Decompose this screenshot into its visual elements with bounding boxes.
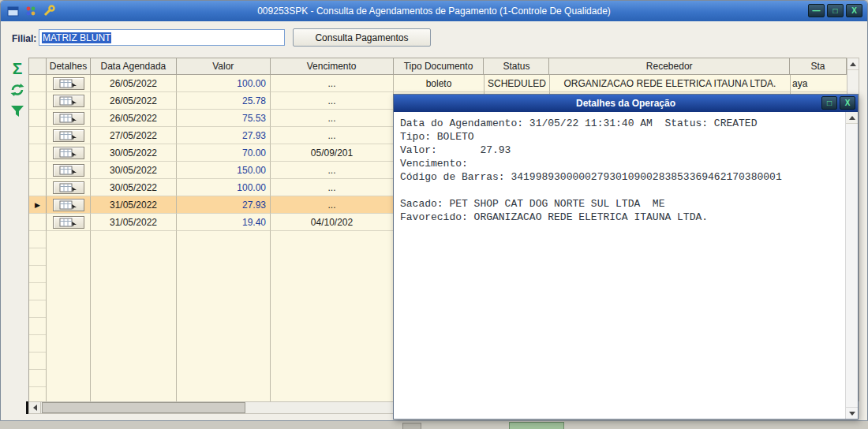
row-indicator-cell bbox=[29, 110, 47, 127]
row-indicator-cell bbox=[29, 92, 47, 110]
cell-detalhes bbox=[47, 127, 91, 144]
cell-vencimento: ... bbox=[271, 179, 394, 196]
cell-data-agendada: 30/05/2022 bbox=[91, 179, 177, 196]
cell-valor: 27.93 bbox=[177, 127, 271, 144]
dialog-close-button[interactable]: X bbox=[840, 96, 855, 110]
detail-line: Data do Agendamento: 31/05/22 11:31:40 A… bbox=[400, 117, 844, 130]
cell-tipo-documento: boleto bbox=[394, 75, 485, 92]
detalhes-button[interactable] bbox=[53, 181, 84, 194]
cell-detalhes bbox=[47, 162, 91, 179]
dialog-controls: □ X bbox=[821, 96, 855, 110]
detail-line: Valor: 27.93 bbox=[400, 144, 844, 157]
dialog-title: Detalhes da Operação bbox=[394, 98, 858, 109]
column-header-sta[interactable]: Sta bbox=[790, 58, 847, 75]
row-indicator-column bbox=[29, 231, 46, 401]
background-window-fragment bbox=[402, 423, 421, 429]
cell-vencimento: ... bbox=[271, 110, 394, 127]
cell-status: SCHEDULED bbox=[485, 75, 550, 92]
cell-vencimento: ... bbox=[271, 127, 394, 144]
detail-line: Vencimento: bbox=[400, 157, 844, 170]
cell-detalhes bbox=[47, 75, 91, 92]
cell-vencimento: ... bbox=[271, 162, 394, 179]
current-row-marker: ▶ bbox=[29, 196, 47, 214]
cell-data-agendada: 30/05/2022 bbox=[91, 162, 177, 179]
cell-data-agendada: 26/05/2022 bbox=[91, 75, 177, 92]
column-header-tipo-documento[interactable]: Tipo Documento bbox=[394, 58, 485, 75]
cell-recebedor: ORGANIZACAO REDE ELETRICA ITAUNA LTDA. bbox=[550, 75, 791, 92]
detalhes-operacao-dialog: Detalhes da Operação □ X Data do Agendam… bbox=[393, 94, 859, 420]
detail-line: Favorecido: ORGANIZACAO REDE ELETRICA IT… bbox=[400, 211, 844, 224]
background-window-fragment bbox=[509, 422, 564, 429]
cell-vencimento: ... bbox=[271, 75, 394, 92]
cell-vencimento: 05/09/201 bbox=[271, 144, 394, 162]
dialog-titlebar[interactable]: Detalhes da Operação □ X bbox=[394, 95, 858, 112]
cell-data-agendada: 27/05/2022 bbox=[91, 127, 177, 144]
cell-data-agendada: 26/05/2022 bbox=[91, 92, 177, 110]
cell-valor: 150.00 bbox=[177, 162, 271, 179]
detail-line: Tipo: BOLETO bbox=[400, 130, 844, 144]
cell-valor: 75.53 bbox=[177, 110, 271, 127]
wrench-icon[interactable] bbox=[43, 5, 55, 21]
filial-label: Filial: bbox=[12, 33, 36, 44]
filial-input[interactable]: MATRIZ BLUNT bbox=[39, 29, 285, 46]
scroll-left-icon[interactable] bbox=[29, 402, 41, 413]
cell-valor: 100.00 bbox=[177, 75, 271, 92]
detalhes-button[interactable] bbox=[53, 164, 84, 177]
dialog-maximize-button[interactable]: □ bbox=[821, 96, 837, 110]
dialog-vertical-scrollbar[interactable] bbox=[845, 112, 858, 419]
close-button[interactable]: X bbox=[846, 4, 862, 17]
maximize-button[interactable]: □ bbox=[827, 4, 844, 17]
grid-header: Detalhes Data Agendada Valor Vencimento … bbox=[28, 58, 847, 75]
detalhes-button[interactable] bbox=[53, 112, 84, 125]
cell-data-agendada: 31/05/2022 bbox=[91, 196, 177, 214]
scroll-down-icon[interactable] bbox=[846, 407, 858, 419]
titlebar[interactable]: 009253SPK - Consulta de Agendamentos de … bbox=[1, 1, 867, 21]
cell-detalhes bbox=[47, 214, 91, 231]
column-header-recebedor[interactable]: Recebedor bbox=[549, 58, 790, 75]
window-controls: — □ X bbox=[808, 4, 862, 17]
column-header-vencimento[interactable]: Vencimento bbox=[271, 58, 394, 75]
row-indicator-cell bbox=[29, 127, 47, 144]
detalhes-button[interactable] bbox=[53, 77, 84, 90]
scroll-up-icon[interactable] bbox=[846, 112, 858, 124]
cell-vencimento: ... bbox=[271, 92, 394, 110]
app-window: 009253SPK - Consulta de Agendamentos de … bbox=[0, 0, 868, 421]
minimize-button[interactable]: — bbox=[808, 4, 825, 17]
window-icon[interactable] bbox=[7, 6, 19, 20]
column-header-status[interactable]: Status bbox=[484, 58, 549, 75]
export-icon[interactable] bbox=[8, 80, 27, 99]
scrollbar-thumb[interactable] bbox=[42, 402, 245, 413]
consulta-pagamentos-button[interactable]: Consulta Pagamentos bbox=[293, 28, 431, 47]
cell-data-agendada: 30/05/2022 bbox=[91, 144, 177, 162]
row-indicator-cell bbox=[29, 179, 47, 196]
titlebar-icons bbox=[7, 5, 55, 21]
detalhes-button[interactable] bbox=[53, 216, 84, 229]
column-header-valor[interactable]: Valor bbox=[177, 58, 271, 75]
cell-detalhes bbox=[47, 196, 91, 214]
detalhes-button[interactable] bbox=[53, 95, 84, 107]
dialog-text-content: Data do Agendamento: 31/05/22 11:31:40 A… bbox=[394, 112, 845, 419]
detalhes-button[interactable] bbox=[53, 147, 84, 159]
table-row[interactable]: 26/05/2022 100.00 ... boleto SCHEDULED O… bbox=[29, 75, 847, 92]
cell-valor: 100.00 bbox=[177, 179, 271, 196]
column-header-detalhes[interactable]: Detalhes bbox=[47, 58, 91, 75]
row-indicator-cell bbox=[29, 144, 47, 162]
column-header-data-agendada[interactable]: Data Agendada bbox=[91, 58, 177, 75]
cell-detalhes bbox=[47, 179, 91, 196]
filter-icon[interactable] bbox=[8, 102, 27, 121]
cell-valor: 25.78 bbox=[177, 92, 271, 110]
cell-detalhes bbox=[47, 92, 91, 110]
detail-line: Sacado: PET SHOP CAT DOG NORTE SUL LTDA … bbox=[400, 197, 844, 211]
detalhes-button[interactable] bbox=[53, 129, 84, 142]
cell-data-agendada: 26/05/2022 bbox=[91, 110, 177, 127]
cell-sta: aya bbox=[791, 75, 847, 92]
cell-detalhes bbox=[47, 110, 91, 127]
cell-detalhes bbox=[47, 144, 91, 162]
cell-data-agendada: 31/05/2022 bbox=[91, 214, 177, 231]
detalhes-button[interactable] bbox=[53, 199, 84, 211]
beads-icon[interactable] bbox=[25, 6, 36, 20]
scroll-up-icon[interactable] bbox=[847, 58, 859, 70]
cell-vencimento: 04/10/202 bbox=[271, 214, 394, 231]
sum-icon[interactable]: Σ bbox=[8, 59, 27, 78]
row-indicator-cell bbox=[29, 214, 47, 231]
